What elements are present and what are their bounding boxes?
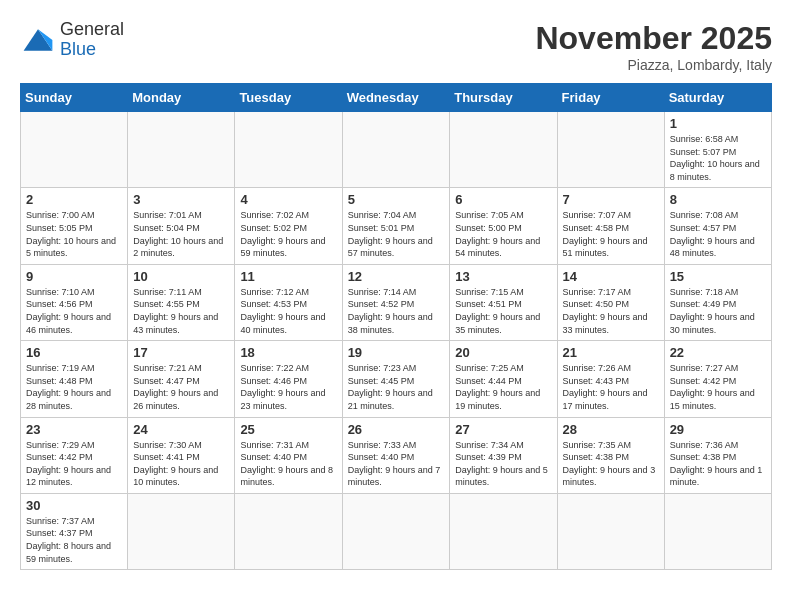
calendar-cell: 5Sunrise: 7:04 AM Sunset: 5:01 PM Daylig… [342, 188, 450, 264]
day-info: Sunrise: 7:35 AM Sunset: 4:38 PM Dayligh… [563, 439, 659, 489]
calendar-cell: 21Sunrise: 7:26 AM Sunset: 4:43 PM Dayli… [557, 341, 664, 417]
calendar-cell: 28Sunrise: 7:35 AM Sunset: 4:38 PM Dayli… [557, 417, 664, 493]
calendar-cell [557, 112, 664, 188]
header-sunday: Sunday [21, 84, 128, 112]
day-number: 20 [455, 345, 551, 360]
day-number: 7 [563, 192, 659, 207]
day-number: 24 [133, 422, 229, 437]
calendar-cell: 29Sunrise: 7:36 AM Sunset: 4:38 PM Dayli… [664, 417, 771, 493]
header-wednesday: Wednesday [342, 84, 450, 112]
header-saturday: Saturday [664, 84, 771, 112]
calendar-cell [664, 493, 771, 569]
logo-icon [20, 22, 56, 58]
day-number: 2 [26, 192, 122, 207]
logo-line1: General [60, 20, 124, 40]
day-info: Sunrise: 7:36 AM Sunset: 4:38 PM Dayligh… [670, 439, 766, 489]
calendar-cell [235, 493, 342, 569]
calendar-cell: 24Sunrise: 7:30 AM Sunset: 4:41 PM Dayli… [128, 417, 235, 493]
calendar-cell: 27Sunrise: 7:34 AM Sunset: 4:39 PM Dayli… [450, 417, 557, 493]
calendar-cell: 18Sunrise: 7:22 AM Sunset: 4:46 PM Dayli… [235, 341, 342, 417]
day-number: 23 [26, 422, 122, 437]
calendar-header-row: Sunday Monday Tuesday Wednesday Thursday… [21, 84, 772, 112]
calendar-cell: 9Sunrise: 7:10 AM Sunset: 4:56 PM Daylig… [21, 264, 128, 340]
header-thursday: Thursday [450, 84, 557, 112]
calendar-cell: 1Sunrise: 6:58 AM Sunset: 5:07 PM Daylig… [664, 112, 771, 188]
day-number: 5 [348, 192, 445, 207]
day-number: 10 [133, 269, 229, 284]
calendar-week-4: 23Sunrise: 7:29 AM Sunset: 4:42 PM Dayli… [21, 417, 772, 493]
page-header: General Blue November 2025 Piazza, Lomba… [20, 20, 772, 73]
header-tuesday: Tuesday [235, 84, 342, 112]
day-info: Sunrise: 7:19 AM Sunset: 4:48 PM Dayligh… [26, 362, 122, 412]
calendar-cell: 10Sunrise: 7:11 AM Sunset: 4:55 PM Dayli… [128, 264, 235, 340]
day-info: Sunrise: 7:26 AM Sunset: 4:43 PM Dayligh… [563, 362, 659, 412]
day-number: 28 [563, 422, 659, 437]
day-number: 30 [26, 498, 122, 513]
calendar-cell: 15Sunrise: 7:18 AM Sunset: 4:49 PM Dayli… [664, 264, 771, 340]
day-number: 11 [240, 269, 336, 284]
day-number: 17 [133, 345, 229, 360]
calendar-week-1: 2Sunrise: 7:00 AM Sunset: 5:05 PM Daylig… [21, 188, 772, 264]
day-info: Sunrise: 7:02 AM Sunset: 5:02 PM Dayligh… [240, 209, 336, 259]
day-info: Sunrise: 7:12 AM Sunset: 4:53 PM Dayligh… [240, 286, 336, 336]
calendar-week-5: 30Sunrise: 7:37 AM Sunset: 4:37 PM Dayli… [21, 493, 772, 569]
day-info: Sunrise: 7:22 AM Sunset: 4:46 PM Dayligh… [240, 362, 336, 412]
calendar-cell: 11Sunrise: 7:12 AM Sunset: 4:53 PM Dayli… [235, 264, 342, 340]
logo-line2: Blue [60, 40, 124, 60]
calendar-week-3: 16Sunrise: 7:19 AM Sunset: 4:48 PM Dayli… [21, 341, 772, 417]
calendar-cell: 8Sunrise: 7:08 AM Sunset: 4:57 PM Daylig… [664, 188, 771, 264]
day-number: 27 [455, 422, 551, 437]
calendar-cell: 13Sunrise: 7:15 AM Sunset: 4:51 PM Dayli… [450, 264, 557, 340]
logo-text: General Blue [60, 20, 124, 60]
day-info: Sunrise: 7:33 AM Sunset: 4:40 PM Dayligh… [348, 439, 445, 489]
day-info: Sunrise: 7:31 AM Sunset: 4:40 PM Dayligh… [240, 439, 336, 489]
day-number: 1 [670, 116, 766, 131]
day-info: Sunrise: 7:25 AM Sunset: 4:44 PM Dayligh… [455, 362, 551, 412]
day-number: 9 [26, 269, 122, 284]
day-number: 19 [348, 345, 445, 360]
calendar-cell [557, 493, 664, 569]
calendar-cell [21, 112, 128, 188]
title-block: November 2025 Piazza, Lombardy, Italy [535, 20, 772, 73]
day-info: Sunrise: 7:34 AM Sunset: 4:39 PM Dayligh… [455, 439, 551, 489]
day-info: Sunrise: 7:17 AM Sunset: 4:50 PM Dayligh… [563, 286, 659, 336]
location-title: Piazza, Lombardy, Italy [535, 57, 772, 73]
day-info: Sunrise: 7:07 AM Sunset: 4:58 PM Dayligh… [563, 209, 659, 259]
calendar-cell: 14Sunrise: 7:17 AM Sunset: 4:50 PM Dayli… [557, 264, 664, 340]
calendar-cell: 22Sunrise: 7:27 AM Sunset: 4:42 PM Dayli… [664, 341, 771, 417]
day-info: Sunrise: 7:14 AM Sunset: 4:52 PM Dayligh… [348, 286, 445, 336]
month-title: November 2025 [535, 20, 772, 57]
calendar-cell: 19Sunrise: 7:23 AM Sunset: 4:45 PM Dayli… [342, 341, 450, 417]
day-number: 3 [133, 192, 229, 207]
calendar-cell [450, 493, 557, 569]
calendar-cell [128, 112, 235, 188]
day-info: Sunrise: 7:30 AM Sunset: 4:41 PM Dayligh… [133, 439, 229, 489]
calendar-cell [450, 112, 557, 188]
logo: General Blue [20, 20, 124, 60]
calendar-week-2: 9Sunrise: 7:10 AM Sunset: 4:56 PM Daylig… [21, 264, 772, 340]
day-number: 25 [240, 422, 336, 437]
calendar-cell [342, 493, 450, 569]
day-info: Sunrise: 7:10 AM Sunset: 4:56 PM Dayligh… [26, 286, 122, 336]
day-number: 16 [26, 345, 122, 360]
day-number: 12 [348, 269, 445, 284]
header-friday: Friday [557, 84, 664, 112]
day-info: Sunrise: 7:23 AM Sunset: 4:45 PM Dayligh… [348, 362, 445, 412]
day-number: 14 [563, 269, 659, 284]
calendar-cell: 16Sunrise: 7:19 AM Sunset: 4:48 PM Dayli… [21, 341, 128, 417]
calendar-cell: 6Sunrise: 7:05 AM Sunset: 5:00 PM Daylig… [450, 188, 557, 264]
day-number: 13 [455, 269, 551, 284]
calendar-cell: 7Sunrise: 7:07 AM Sunset: 4:58 PM Daylig… [557, 188, 664, 264]
day-number: 22 [670, 345, 766, 360]
day-info: Sunrise: 7:27 AM Sunset: 4:42 PM Dayligh… [670, 362, 766, 412]
calendar-cell: 4Sunrise: 7:02 AM Sunset: 5:02 PM Daylig… [235, 188, 342, 264]
day-number: 4 [240, 192, 336, 207]
calendar-week-0: 1Sunrise: 6:58 AM Sunset: 5:07 PM Daylig… [21, 112, 772, 188]
calendar-table: Sunday Monday Tuesday Wednesday Thursday… [20, 83, 772, 570]
day-info: Sunrise: 7:18 AM Sunset: 4:49 PM Dayligh… [670, 286, 766, 336]
day-info: Sunrise: 7:01 AM Sunset: 5:04 PM Dayligh… [133, 209, 229, 259]
day-number: 6 [455, 192, 551, 207]
day-info: Sunrise: 7:11 AM Sunset: 4:55 PM Dayligh… [133, 286, 229, 336]
day-info: Sunrise: 7:37 AM Sunset: 4:37 PM Dayligh… [26, 515, 122, 565]
day-info: Sunrise: 6:58 AM Sunset: 5:07 PM Dayligh… [670, 133, 766, 183]
